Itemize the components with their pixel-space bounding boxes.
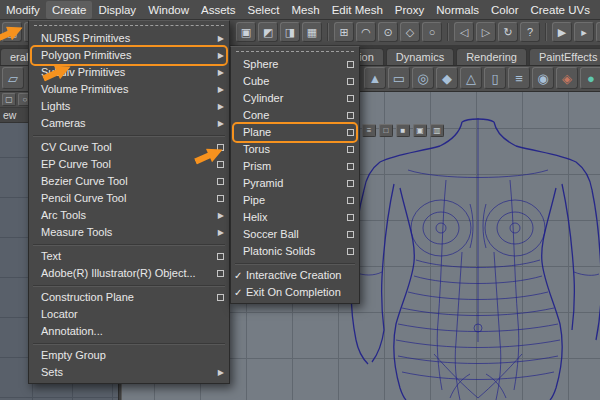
shelf-platonic-icon[interactable]: ◈ <box>556 67 578 89</box>
menu-item-label: Volume Primitives <box>41 83 128 95</box>
menubar-item-select[interactable]: Select <box>242 1 286 19</box>
option-box[interactable] <box>347 180 354 187</box>
option-box[interactable] <box>347 214 354 221</box>
menu-separator <box>31 242 227 247</box>
menu-item-cube[interactable]: Cube <box>231 73 359 90</box>
option-box[interactable] <box>217 253 224 260</box>
shelf-pyramid-icon[interactable]: △ <box>460 67 482 89</box>
option-box[interactable] <box>217 161 224 168</box>
menubar-item-normals[interactable]: Normals <box>430 1 485 19</box>
menu-item-construction-plane[interactable]: Construction Plane <box>29 289 229 306</box>
menu-item-exit-on-completion[interactable]: Exit On Completion✓ <box>231 284 359 301</box>
tear-off-handle[interactable] <box>232 48 358 55</box>
menu-item-arc-tools[interactable]: Arc Tools▶ <box>29 207 229 224</box>
menu-item-annotation[interactable]: Annotation... <box>29 323 229 340</box>
select-mask-component-icon[interactable]: ◨ <box>280 22 300 42</box>
option-box[interactable] <box>347 231 354 238</box>
menu-item-empty-group[interactable]: Empty Group <box>29 347 229 364</box>
menubar-item-create-uvs[interactable]: Create UVs <box>524 1 595 19</box>
option-box[interactable] <box>347 163 354 170</box>
menu-item-sets[interactable]: Sets▶ <box>29 364 229 381</box>
menubar-item-display[interactable]: Display <box>92 1 142 19</box>
tear-off-handle[interactable] <box>30 22 228 29</box>
menu-item-pipe[interactable]: Pipe <box>231 192 359 209</box>
option-box[interactable] <box>217 294 224 301</box>
menu-item-helix[interactable]: Helix <box>231 209 359 226</box>
menu-item-cone[interactable]: Cone <box>231 107 359 124</box>
ipr-render-icon[interactable]: ▸ <box>574 22 594 42</box>
menu-item-text[interactable]: Text <box>29 248 229 265</box>
shelf-tab-rendering[interactable]: Rendering <box>456 48 527 66</box>
menu-item-torus[interactable]: Torus <box>231 141 359 158</box>
shelf-pipe-icon[interactable]: ▯ <box>484 67 506 89</box>
toolbox-select-icon[interactable]: ▢ <box>2 93 16 106</box>
shelf-cone-icon[interactable]: ▲ <box>364 67 386 89</box>
menu-item-soccer-ball[interactable]: Soccer Ball <box>231 226 359 243</box>
select-mask-hierarchy-icon[interactable]: ▣ <box>236 22 256 42</box>
menu-item-bezier-curve-tool[interactable]: Bezier Curve Tool <box>29 173 229 190</box>
option-box[interactable] <box>347 112 354 119</box>
option-box[interactable] <box>217 178 224 185</box>
snap-to-view-plane-icon[interactable]: ◇ <box>400 22 420 42</box>
render-settings-icon[interactable]: ▧ <box>596 22 600 42</box>
menu-item-plane[interactable]: Plane <box>231 124 359 141</box>
construction-history-icon[interactable]: ↻ <box>498 22 518 42</box>
menu-item-lights[interactable]: Lights▶ <box>29 98 229 115</box>
toolbar-separator <box>447 23 449 41</box>
option-box[interactable] <box>217 195 224 202</box>
menu-item-platonic-solids[interactable]: Platonic Solids <box>231 243 359 260</box>
option-box[interactable] <box>217 270 224 277</box>
menubar-item-edit-uvs[interactable]: Edit UVs <box>596 1 600 19</box>
menu-item-label: Locator <box>41 308 78 320</box>
option-box[interactable] <box>347 248 354 255</box>
shelf-extra-icon[interactable]: ● <box>580 67 600 89</box>
output-connections-icon[interactable]: ▷ <box>476 22 496 42</box>
option-box[interactable] <box>347 61 354 68</box>
shelf-helix-icon[interactable]: ≡ <box>508 67 530 89</box>
snap-to-point-icon[interactable]: ⊙ <box>378 22 398 42</box>
menu-item-pyramid[interactable]: Pyramid <box>231 175 359 192</box>
render-current-frame-icon[interactable]: ▶ <box>552 22 572 42</box>
shelf-soccer-ball-icon[interactable]: ◉ <box>532 67 554 89</box>
make-live-icon[interactable]: ○ <box>422 22 442 42</box>
menubar-item-proxy[interactable]: Proxy <box>389 1 430 19</box>
menu-item-cylinder[interactable]: Cylinder <box>231 90 359 107</box>
menu-item-cv-curve-tool[interactable]: CV Curve Tool <box>29 139 229 156</box>
menubar-item-mesh[interactable]: Mesh <box>286 1 326 19</box>
select-mask-all-icon[interactable]: ▦ <box>302 22 322 42</box>
snap-to-grid-icon[interactable]: ⊞ <box>334 22 354 42</box>
menu-item-nurbs-primitives[interactable]: NURBS Primitives▶ <box>29 30 229 47</box>
shelf-tab-painteffects[interactable]: PaintEffects <box>529 48 600 66</box>
menubar-item-modify[interactable]: Modify <box>0 1 46 19</box>
shelf-tab-dynamics[interactable]: Dynamics <box>386 48 454 66</box>
menu-item-volume-primitives[interactable]: Volume Primitives▶ <box>29 81 229 98</box>
menubar-item-color[interactable]: Color <box>485 1 524 19</box>
menu-item-pencil-curve-tool[interactable]: Pencil Curve Tool <box>29 190 229 207</box>
input-connections-icon[interactable]: ◁ <box>454 22 474 42</box>
menu-item-cameras[interactable]: Cameras▶ <box>29 115 229 132</box>
option-box[interactable] <box>347 129 354 136</box>
option-box[interactable] <box>347 197 354 204</box>
option-box[interactable] <box>347 146 354 153</box>
snap-to-curve-icon[interactable]: ◠ <box>356 22 376 42</box>
option-box[interactable] <box>347 95 354 102</box>
help-icon[interactable]: ? <box>520 22 540 42</box>
shelf-plane-icon[interactable]: ▭ <box>388 67 410 89</box>
menu-item-adobe-r-illustrator-r-object[interactable]: Adobe(R) Illustrator(R) Object... <box>29 265 229 282</box>
menu-item-polygon-primitives[interactable]: Polygon Primitives▶ <box>29 47 229 64</box>
select-mask-object-icon[interactable]: ◩ <box>258 22 278 42</box>
menubar-item-window[interactable]: Window <box>142 1 195 19</box>
menubar-item-create[interactable]: Create <box>46 1 93 19</box>
menubar-item-edit-mesh[interactable]: Edit Mesh <box>326 1 389 19</box>
option-box[interactable] <box>347 78 354 85</box>
menu-item-prism[interactable]: Prism <box>231 158 359 175</box>
panel-menu-fragment-view[interactable]: ew <box>3 109 16 121</box>
shelf-partial-icon[interactable]: ▱ <box>2 67 24 89</box>
shelf-prism-icon[interactable]: ◆ <box>436 67 458 89</box>
menu-item-measure-tools[interactable]: Measure Tools▶ <box>29 224 229 241</box>
menu-item-interactive-creation[interactable]: Interactive Creation✓ <box>231 267 359 284</box>
menu-item-sphere[interactable]: Sphere <box>231 56 359 73</box>
menu-item-locator[interactable]: Locator <box>29 306 229 323</box>
shelf-torus-icon[interactable]: ◎ <box>412 67 434 89</box>
menubar-item-assets[interactable]: Assets <box>195 1 242 19</box>
